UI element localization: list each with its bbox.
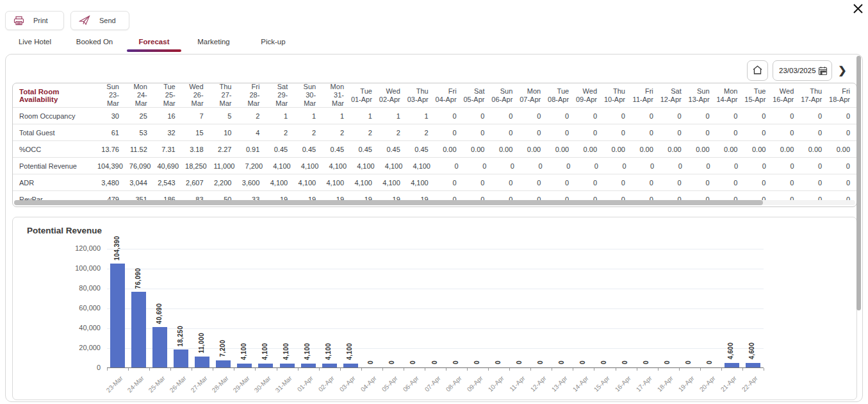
table-cell: 0.00 [828,146,856,153]
panel-vertical-scrollbar-thumb[interactable] [856,56,861,310]
potential-revenue-chart: Potential Revenue 104,39076,09040,69018,… [12,217,857,400]
table-column-header: Mon31-Mar [322,83,350,108]
tab-marketing[interactable]: Marketing [184,35,243,52]
x-axis-tick [277,368,277,371]
bar-value-label: 0 [685,360,692,364]
home-button[interactable] [747,60,768,81]
column-day-label: Sat [463,87,485,96]
bar-value-label: 0 [643,360,650,364]
table-cell: 5 [210,112,238,120]
column-day-label: Mon [322,83,344,91]
close-button[interactable] [851,3,865,17]
table-cell: 0 [688,129,716,137]
table-cell: 4,100 [325,162,353,170]
table-cell: 0 [463,179,491,187]
table-cell: 0 [547,179,575,187]
bar-value-label: 0 [579,360,586,364]
next-date-button[interactable]: ❯ [837,63,848,78]
column-day-label: Sun [491,87,512,96]
table-cell: 3.18 [182,146,210,153]
column-day-label: Thu [800,87,822,96]
tab-booked-on[interactable]: Booked On [65,35,124,52]
bar-value-label: 40,690 [156,303,163,324]
tab-pick-up[interactable]: Pick-up [243,35,303,52]
column-day-label: Wed [772,87,794,96]
calendar-icon[interactable] [818,66,828,76]
table-cell: 4,100 [407,179,435,187]
table-row: %OCC13.7611.527.313.182.270.910.450.450.… [13,141,856,158]
table-cell: 0 [744,162,773,170]
column-date-label: 23-Mar [97,91,119,108]
bar-value-label: 18,250 [177,326,184,346]
table-cell: 4,100 [350,179,379,187]
column-date-label: 12-Apr [660,96,682,104]
gridline [107,328,764,329]
column-date-label: 14-Apr [716,96,738,104]
column-date-label: 13-Apr [688,96,710,104]
tab-forecast[interactable]: Forecast [124,35,184,52]
x-axis-tick [149,368,150,371]
table-cell: 0 [493,162,521,170]
table-column-header: Thu17-Apr [800,87,828,104]
chart-bar [110,264,125,367]
gridline [107,249,764,249]
table-column-header: Wed26-Mar [182,83,210,108]
x-axis-tick [467,368,468,371]
table-column-header: Sun06-Apr [491,87,519,104]
date-input[interactable]: 23/03/2025 [773,60,832,81]
table-cell: 2 [266,129,294,137]
table-cell: 0 [463,129,491,137]
x-axis-tick [742,368,743,371]
table-cell: 2 [294,129,322,137]
paper-plane-icon [79,15,90,26]
x-axis-tick [234,368,234,371]
table-cell: 4,100 [297,162,325,170]
table-cell: 32 [154,129,182,137]
table-cell: 0 [632,129,660,137]
y-axis-tick-label: 40,000 [37,324,101,332]
table-cell: 0.00 [772,146,800,153]
availability-table: Total Room AvailabilitySun23-MarMon24-Ma… [12,83,857,207]
table-cell: 11,000 [213,162,242,170]
table-cell: 13.76 [97,146,126,153]
bar-value-label: 0 [664,360,671,364]
table-cell: 0 [688,112,716,120]
table-column-header: Sun30-Mar [294,83,322,108]
x-axis-tick [573,368,573,371]
table-cell: 3,480 [97,179,126,187]
table-cell: 0 [549,162,577,170]
bar-value-label: 0 [600,360,607,364]
x-axis-tick [552,368,552,371]
column-day-label: Tue [154,83,176,91]
row-label: Total Guest [13,129,97,137]
chart-bar [152,327,167,367]
table-cell: 4 [238,129,266,137]
tab-live-hotel[interactable]: Live Hotel [5,35,65,52]
column-date-label: 08-Apr [547,96,569,104]
column-day-label: Mon [716,87,738,96]
table-cell: 0 [491,129,519,137]
table-column-header: Tue08-Apr [547,87,575,104]
column-date-label: 10-Apr [603,96,625,104]
x-axis-tick [170,368,171,371]
print-button[interactable]: Print [5,11,64,30]
column-date-label: 28-Mar [238,91,259,108]
table-cell: 2 [238,112,266,120]
y-axis-tick-label: 100,000 [37,264,101,272]
table-cell: 0.45 [322,146,350,153]
table-cell: 0.00 [519,146,547,153]
table-column-header: Wed16-Apr [772,87,800,104]
print-label: Print [33,17,48,24]
x-axis-tick [446,368,446,371]
send-button[interactable]: Send [70,11,129,30]
x-axis-tick [404,368,404,371]
x-axis-tick [255,368,256,371]
table-scrollbar-thumb[interactable] [14,200,763,205]
table-column-header: Wed09-Apr [575,87,603,104]
x-axis-tick [361,368,362,371]
table-cell: 61 [97,129,126,137]
chart-bar [746,363,760,367]
column-date-label: 09-Apr [575,96,597,104]
table-cell: 1 [379,112,407,120]
column-date-label: 24-Mar [126,91,147,108]
